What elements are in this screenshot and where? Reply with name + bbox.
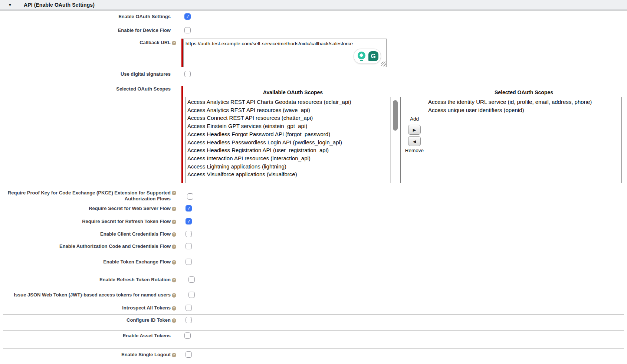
scope-option[interactable]: Access Interaction API resources (intera… [186, 154, 400, 163]
field-label: Require Proof Key for Code Exchange (PKC… [0, 190, 171, 201]
grammarly-icon[interactable]: G [368, 51, 378, 61]
right-arrow-icon: ▶ [413, 128, 416, 132]
scope-option[interactable]: Access Headless Registration API (user_r… [186, 146, 400, 154]
row-enable-auth-code-credentials: Enable Authorization Code and Credential… [0, 243, 192, 249]
help-icon[interactable]: ? [172, 220, 176, 224]
help-icon[interactable]: ? [172, 318, 176, 323]
scope-option[interactable]: Access Visualforce applications (visualf… [186, 170, 400, 178]
field-label: Enable Client Credentials Flow [0, 231, 171, 237]
row-issue-jwt-tokens: Issue JSON Web Token (JWT)-based access … [0, 292, 195, 298]
row-use-digital-signatures: Use digital signatures [0, 71, 191, 77]
help-icon[interactable]: ? [172, 278, 176, 282]
help-icon[interactable]: ? [172, 293, 176, 298]
available-scopes-listbox[interactable]: Access Analytics REST API Charts Geodata… [185, 97, 401, 183]
browser-extension-pill: G [354, 49, 381, 64]
row-enable-single-logout: Enable Single Logout ? [0, 352, 192, 358]
row-selected-oauth-scopes: Selected OAuth Scopes [0, 86, 171, 92]
row-enable-client-credentials: Enable Client Credentials Flow ? [0, 231, 192, 237]
selected-scopes-listbox[interactable]: Access the identity URL service (id, pro… [426, 97, 622, 183]
section-header-bar: ▼ API (Enable OAuth Settings) [0, 0, 627, 10]
field-label: Require Secret for Web Server Flow [0, 206, 171, 211]
row-callback-url: Callback URL ? [0, 40, 176, 46]
remove-scope-button[interactable]: ◀ [408, 136, 421, 146]
field-label: Require Secret for Refresh Token Flow [0, 219, 171, 224]
field-label: Enable OAuth Settings [0, 14, 171, 20]
add-label: Add [400, 116, 429, 122]
field-label: Enable for Device Flow [0, 27, 171, 33]
introspect-all-tokens-checkbox[interactable] [186, 305, 192, 311]
oauth-settings-section: ▼ API (Enable OAuth Settings) Enable OAu… [0, 0, 627, 364]
scrollbar-track[interactable] [390, 97, 400, 183]
enable-auth-code-credentials-checkbox[interactable] [186, 243, 192, 249]
scope-option[interactable]: Access Headless Passwordless Login API (… [186, 138, 400, 147]
help-icon[interactable]: ? [172, 41, 176, 45]
bulb-base-shape [360, 60, 363, 61]
section-title: API (Enable OAuth Settings) [24, 0, 95, 10]
enable-refresh-token-rotation-checkbox[interactable] [188, 276, 195, 283]
left-arrow-icon: ◀ [413, 139, 416, 144]
field-label: Issue JSON Web Token (JWT)-based access … [0, 292, 171, 298]
help-icon[interactable]: ? [172, 260, 176, 265]
row-enable-asset-tokens: Enable Asset Tokens [0, 333, 191, 339]
row-divider [3, 348, 624, 349]
field-label: Enable Refresh Token Rotation [0, 277, 171, 283]
scope-option[interactable]: Access Connect REST API resources (chatt… [186, 114, 400, 122]
pkce-checkbox[interactable] [187, 193, 193, 200]
required-field-bar [181, 86, 183, 183]
add-scope-button[interactable]: ▶ [408, 125, 421, 135]
languagetool-lightbulb-icon[interactable] [357, 51, 367, 61]
scope-option[interactable]: Access the identity URL service (id, pro… [426, 98, 621, 106]
available-scopes-header: Available OAuth Scopes [185, 89, 401, 95]
use-digital-signatures-checkbox[interactable] [184, 71, 191, 77]
scope-option[interactable]: Access unique user identifiers (openid) [426, 106, 621, 114]
textarea-resize-handle[interactable] [381, 62, 386, 66]
enable-asset-tokens-checkbox[interactable] [184, 332, 191, 339]
scrollbar-thumb[interactable] [393, 100, 398, 131]
field-label: Introspect All Tokens [0, 305, 171, 311]
scope-option[interactable]: Access Lightning applications (lightning… [186, 163, 400, 171]
field-label: Enable Asset Tokens [0, 333, 171, 339]
field-label: Enable Token Exchange Flow [0, 259, 171, 265]
row-introspect-all-tokens: Introspect All Tokens ? [0, 305, 192, 311]
enable-client-credentials-checkbox[interactable] [186, 231, 192, 237]
remove-label: Remove [400, 148, 429, 153]
selected-scopes-header: Selected OAuth Scopes [426, 89, 622, 95]
row-enable-token-exchange: Enable Token Exchange Flow ? [0, 259, 192, 265]
row-configure-id-token: Configure ID Token ? [0, 317, 192, 323]
enable-token-exchange-checkbox[interactable] [186, 259, 192, 265]
row-pkce: Require Proof Key for Code Exchange (PKC… [0, 190, 193, 201]
field-label: Enable Authorization Code and Credential… [0, 243, 171, 249]
row-require-secret-web-server: Require Secret for Web Server Flow ? [0, 206, 192, 211]
scope-option[interactable]: Access Einstein GPT services (einstein_g… [186, 122, 400, 130]
require-secret-refresh-token-checkbox[interactable] [186, 218, 192, 224]
field-label: Callback URL [0, 40, 171, 46]
field-label: Selected OAuth Scopes [0, 86, 171, 92]
help-icon[interactable]: ? [172, 245, 176, 249]
field-label: Configure ID Token [0, 317, 171, 323]
enable-for-device-flow-checkbox[interactable] [184, 27, 191, 33]
help-icon[interactable]: ? [172, 207, 176, 211]
row-enable-oauth-settings: Enable OAuth Settings [0, 14, 191, 20]
row-require-secret-refresh-token: Require Secret for Refresh Token Flow ? [0, 219, 192, 224]
configure-id-token-checkbox[interactable] [186, 317, 192, 323]
scope-option[interactable]: Access Analytics REST API Charts Geodata… [186, 98, 400, 106]
row-divider [3, 330, 624, 331]
help-icon[interactable]: ? [172, 353, 176, 357]
row-divider [3, 314, 624, 315]
field-label: Enable Single Logout [0, 352, 171, 358]
scope-option[interactable]: Access Analytics REST API resources (wav… [186, 106, 400, 114]
enable-single-logout-checkbox[interactable] [186, 351, 192, 358]
row-enable-refresh-token-rotation: Enable Refresh Token Rotation ? [0, 277, 195, 283]
require-secret-web-server-checkbox[interactable] [186, 205, 192, 211]
scope-option[interactable]: Access Headless Forgot Password API (for… [186, 130, 400, 138]
help-icon[interactable]: ? [172, 306, 176, 311]
help-icon[interactable]: ? [172, 191, 176, 195]
section-collapse-icon[interactable]: ▼ [8, 0, 12, 10]
row-enable-for-device-flow: Enable for Device Flow [0, 27, 191, 33]
help-icon[interactable]: ? [172, 232, 176, 237]
field-label: Use digital signatures [0, 71, 171, 77]
issue-jwt-tokens-checkbox[interactable] [188, 292, 195, 298]
enable-oauth-settings-checkbox[interactable] [184, 13, 191, 20]
